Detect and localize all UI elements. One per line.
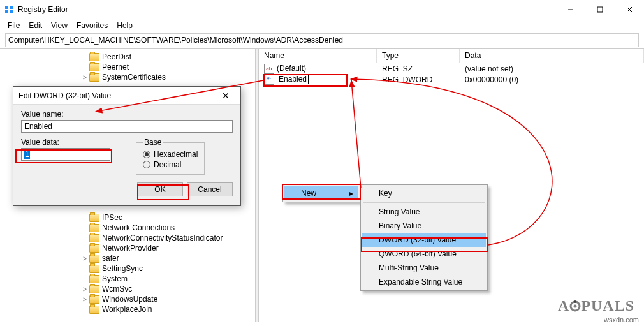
chevron-right-icon: ▸ [349, 189, 353, 198]
svg-rect-1 [10, 6, 13, 9]
list-header: Name Type Data [259, 49, 644, 63]
tree-item-label: WorkplaceJoin [102, 305, 152, 314]
folder-icon [89, 285, 99, 293]
value-data: 0x00000000 (0) [460, 75, 644, 84]
folder-icon [89, 275, 99, 283]
expander-icon[interactable]: > [80, 255, 89, 262]
value-data-label: Value data: [21, 138, 110, 147]
menu-edit[interactable]: Edit [25, 20, 46, 31]
folder-icon [89, 234, 99, 242]
folder-icon [89, 73, 99, 82]
menu-item[interactable]: DWORD (32-bit) Value [362, 233, 486, 247]
tree-item[interactable]: Peernet [0, 62, 255, 72]
tree-item-label: NetworkConnectivityStatusIndicator [102, 233, 223, 242]
radio-decimal[interactable]: Decimal [143, 160, 198, 169]
list-row[interactable]: ⁰¹EnabledREG_DWORD0x00000000 (0) [259, 74, 644, 85]
value-name-field[interactable]: Enabled [21, 120, 233, 133]
dialog-titlebar[interactable]: Edit DWORD (32-bit) Value ✕ [13, 87, 240, 105]
context-menu-new: New ▸ [282, 184, 360, 202]
title-bar: Registry Editor [0, 0, 644, 19]
svg-rect-2 [5, 10, 8, 13]
expander-icon[interactable]: > [80, 296, 89, 303]
col-header-name[interactable]: Name [259, 49, 377, 63]
folder-icon [89, 255, 99, 263]
value-name-label: Value name: [21, 110, 233, 119]
svg-rect-3 [10, 10, 13, 13]
tree-item-label: System [102, 274, 128, 283]
folder-icon [89, 295, 99, 304]
tree-item-label: NetworkProvider [102, 244, 159, 253]
tree-item-label: WcmSvc [102, 285, 132, 293]
menu-item[interactable]: Key [362, 186, 486, 200]
address-text: Computer\HKEY_LOCAL_MACHINE\SOFTWARE\Pol… [8, 36, 343, 45]
value-type: REG_SZ [377, 64, 460, 73]
edit-dword-dialog: Edit DWORD (32-bit) Value ✕ Value name: … [13, 86, 241, 206]
string-value-icon: ab [264, 64, 274, 74]
menu-item[interactable]: Binary Value [362, 219, 486, 233]
value-data-field[interactable]: 1 [21, 148, 110, 161]
tree-item-label: IPSec [102, 213, 122, 222]
menu-favorites[interactable]: Favorites [73, 20, 112, 31]
folder-icon [89, 63, 99, 71]
cancel-button[interactable]: Cancel [187, 182, 233, 196]
folder-icon [89, 53, 99, 61]
tree-item-label: safer [102, 254, 119, 263]
menu-item[interactable]: Multi-String Value [362, 261, 486, 275]
context-menu-value-type: KeyString ValueBinary ValueDWORD (32-bit… [360, 184, 488, 291]
watermark-site: wsxdn.com [604, 316, 639, 323]
list-row[interactable]: ab(Default)REG_SZ(value not set) [259, 63, 644, 74]
expander-icon[interactable]: > [80, 74, 89, 81]
tree-item[interactable]: >WindowsUpdate [0, 294, 255, 304]
menu-file[interactable]: File [4, 20, 24, 31]
tree-item[interactable]: >SystemCertificates [0, 72, 255, 82]
radio-icon [143, 161, 150, 168]
window-title: Registry Editor [18, 5, 556, 14]
expander-icon[interactable]: > [80, 286, 89, 293]
svg-point-11 [574, 304, 577, 307]
minimize-button[interactable] [556, 0, 585, 19]
tree-item-label: WindowsUpdate [102, 295, 157, 304]
tree-item[interactable]: SettingSync [0, 263, 255, 274]
dialog-title: Edit DWORD (32-bit) Value [18, 91, 111, 100]
menu-help[interactable]: Help [113, 20, 136, 31]
menu-item[interactable]: String Value [362, 205, 486, 219]
col-header-data[interactable]: Data [460, 49, 644, 63]
folder-icon [89, 214, 99, 222]
ok-button[interactable]: OK [137, 182, 183, 196]
dialog-close-button[interactable]: ✕ [216, 91, 235, 101]
tree-item[interactable]: NetworkConnectivityStatusIndicator [0, 233, 255, 243]
maximize-button[interactable] [585, 0, 615, 19]
col-header-type[interactable]: Type [377, 49, 460, 63]
menu-item-new[interactable]: New ▸ [284, 186, 358, 200]
radio-icon [143, 151, 150, 158]
tree-item[interactable]: Network Connections [0, 223, 255, 233]
folder-icon [89, 265, 99, 273]
menu-item[interactable]: QWORD (64-bit) Value [362, 247, 486, 261]
tree-item[interactable]: IPSec [0, 212, 255, 223]
value-name: Enabled [277, 74, 309, 84]
svg-rect-5 [597, 7, 603, 12]
svg-rect-0 [5, 6, 8, 9]
tree-item-label: PeerDist [102, 52, 131, 61]
tree-item[interactable]: System [0, 274, 255, 284]
tree-item[interactable]: >WcmSvc [0, 284, 255, 294]
folder-icon [89, 224, 99, 232]
close-button[interactable] [615, 0, 644, 19]
window-controls [556, 0, 644, 19]
address-bar[interactable]: Computer\HKEY_LOCAL_MACHINE\SOFTWARE\Pol… [5, 33, 639, 47]
value-type: REG_DWORD [377, 75, 460, 84]
tree-item[interactable]: WorkplaceJoin [0, 304, 255, 315]
tree-item-label: Network Connections [102, 223, 175, 232]
app-icon [4, 4, 14, 15]
dword-value-icon: ⁰¹ [264, 75, 274, 85]
menu-item[interactable]: Expandable String Value [362, 275, 486, 289]
folder-icon [89, 244, 99, 253]
tree-item-label: SystemCertificates [102, 73, 166, 82]
base-label: Base [143, 138, 163, 147]
radio-hexadecimal[interactable]: Hexadecimal [143, 150, 198, 159]
tree-item[interactable]: PeerDist [0, 52, 255, 62]
tree-item[interactable]: NetworkProvider [0, 243, 255, 253]
tree-item[interactable]: >safer [0, 253, 255, 263]
menu-view[interactable]: View [47, 20, 71, 31]
folder-icon [89, 306, 99, 314]
